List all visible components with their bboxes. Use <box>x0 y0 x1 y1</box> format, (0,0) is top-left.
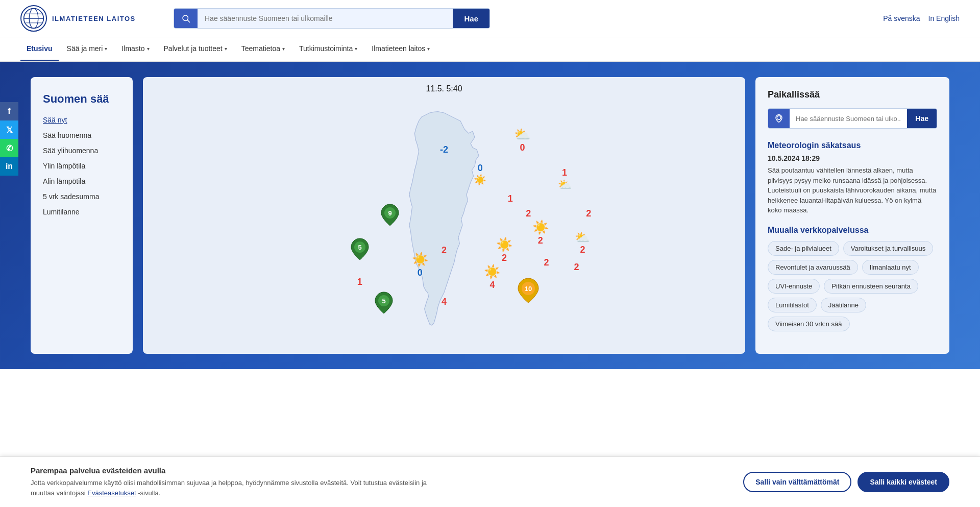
lang-sv-link[interactable]: På svenska <box>883 14 920 22</box>
panel-link-saa-huomenna[interactable]: Sää huomenna <box>43 131 120 139</box>
meteorolog-text: Sää poutaantuu vähitellen lännestä alkae… <box>768 165 937 215</box>
language-links: På svenska In English <box>883 14 960 22</box>
chevron-down-icon: ▾ <box>355 46 357 52</box>
pin-marker-9: 9 <box>380 203 400 229</box>
location-icon <box>768 109 790 128</box>
weather-marker: ☀️ 4 <box>484 264 500 291</box>
weather-marker: 2 <box>544 257 549 268</box>
map-area: 11.5. 5:40 ⛅ 0 -2 0 ☀️ 1 ⛅ <box>143 77 745 354</box>
muualla-section: Muualla verkkopalvelussa Sade- ja pilvia… <box>768 226 937 331</box>
logo-area: ILMATIETEEN LAITOS <box>20 5 163 32</box>
finland-map: ⛅ 0 -2 0 ☀️ 1 ⛅ 1 2 2 <box>143 101 745 346</box>
panel-links: Sää nyt Sää huomenna Sää ylihuomenna Yli… <box>43 116 120 216</box>
header-search-input[interactable] <box>198 9 453 28</box>
weather-marker: 1 <box>508 194 513 204</box>
weather-marker: 2 <box>442 245 447 255</box>
weather-marker: 4 <box>442 296 447 307</box>
muualla-title: Muualla verkkopalvelussa <box>768 226 937 235</box>
meteorolog-date: 10.5.2024 18:29 <box>768 154 937 162</box>
chevron-down-icon: ▾ <box>282 46 285 52</box>
header-search-button[interactable]: Hae <box>453 9 489 28</box>
paikallissaa-input[interactable] <box>790 109 907 128</box>
tag-viimeisen-30[interactable]: Viimeisen 30 vrk:n sää <box>768 317 850 331</box>
paikallissaa-search-button[interactable]: Hae <box>907 109 937 128</box>
nav-ilmasto[interactable]: Ilmasto ▾ <box>115 37 155 61</box>
tag-varoitukset[interactable]: Varoitukset ja turvallisuus <box>843 241 933 256</box>
chevron-down-icon: ▾ <box>147 46 150 52</box>
weather-marker: ⛅ 2 <box>575 230 590 255</box>
tag-ilmanlaatu[interactable]: Ilmanlaatu nyt <box>862 260 919 275</box>
whatsapp-button[interactable]: ✆ <box>0 139 18 157</box>
right-panel-title: Paikallissää <box>768 89 937 100</box>
nav-etusivu[interactable]: Etusivu <box>20 37 59 61</box>
tag-pitkän-ennuste[interactable]: Pitkän ennusteen seuranta <box>824 279 918 294</box>
twitter-button[interactable]: 𝕏 <box>0 120 18 139</box>
panel-link-ylin-lampotila[interactable]: Ylin lämpötila <box>43 162 120 170</box>
nav-tutkimus[interactable]: Tutkimustoiminta ▾ <box>293 37 363 61</box>
main-nav: Etusivu Sää ja meri ▾ Ilmasto ▾ Palvelut… <box>0 37 980 62</box>
weather-marker: 2 <box>574 262 579 273</box>
weather-marker: 2 <box>526 208 531 219</box>
svg-text:5: 5 <box>382 297 385 305</box>
left-panel: Suomen sää Sää nyt Sää huomenna Sää ylih… <box>31 77 133 354</box>
weather-marker: ☀️ 2 <box>532 220 549 246</box>
logo-text: ILMATIETEEN LAITOS <box>52 15 136 22</box>
svg-line-6 <box>187 20 189 22</box>
lang-en-link[interactable]: In English <box>928 14 960 22</box>
tag-sade-pilvialueet[interactable]: Sade- ja pilvialueet <box>768 241 839 256</box>
weather-marker: 2 <box>586 208 591 219</box>
main-content: Suomen sää Sää nyt Sää huomenna Sää ylih… <box>0 62 980 369</box>
svg-text:9: 9 <box>388 209 391 217</box>
tag-uvi-ennuste[interactable]: UVI-ennuste <box>768 279 820 294</box>
map-timestamp: 11.5. 5:40 <box>143 77 745 101</box>
paikallissaa-search: Hae <box>768 108 937 129</box>
nav-saa-ja-meri[interactable]: Sää ja meri ▾ <box>61 37 114 61</box>
header-search-icon-button[interactable] <box>174 9 198 28</box>
tag-grid: Sade- ja pilvialueet Varoitukset ja turv… <box>768 241 937 331</box>
panel-link-sadesumma[interactable]: 5 vrk sadesumma <box>43 192 120 201</box>
panel-link-lumitilanne[interactable]: Lumitilanne <box>43 208 120 216</box>
tag-lumitilastot[interactable]: Lumitilastot <box>768 298 817 312</box>
facebook-button[interactable]: f <box>0 102 18 120</box>
panel-link-saa-ylihuomenna[interactable]: Sää ylihuomenna <box>43 147 120 155</box>
weather-marker: ☀️ 0 <box>412 252 428 278</box>
logo-icon <box>20 5 47 32</box>
panel-link-saa-nyt[interactable]: Sää nyt <box>43 116 120 124</box>
meteorolog-section: Meteorologin säkatsaus 10.5.2024 18:29 S… <box>768 141 937 215</box>
chevron-down-icon: ▾ <box>427 46 430 52</box>
weather-marker: ☀️ 2 <box>496 237 512 263</box>
tag-revontulet[interactable]: Revontulet ja avaruussää <box>768 260 858 275</box>
weather-marker: -2 <box>440 144 448 155</box>
svg-text:10: 10 <box>525 285 532 293</box>
svg-point-15 <box>777 116 781 120</box>
social-sidebar: f 𝕏 ✆ in <box>0 102 18 176</box>
weather-marker: 0 ☀️ <box>474 163 486 186</box>
pin-marker-10: 10 <box>517 277 540 306</box>
panel-link-alin-lampotila[interactable]: Alin lämpötila <box>43 177 120 185</box>
tag-jäätilanne[interactable]: Jäätilanne <box>821 298 866 312</box>
nav-ilmatieteen-laitos[interactable]: Ilmatieteen laitos ▾ <box>365 37 436 61</box>
header: ILMATIETEEN LAITOS Hae På svenska In Eng… <box>0 0 980 37</box>
right-panel: Paikallissää Hae Meteorologin säkatsaus … <box>755 77 949 354</box>
weather-marker: 1 <box>357 277 362 287</box>
weather-marker: ⛅ 0 <box>514 127 530 153</box>
meteorolog-title: Meteorologin säkatsaus <box>768 141 937 150</box>
panel-title: Suomen sää <box>43 92 120 106</box>
svg-text:5: 5 <box>358 244 361 251</box>
header-search-bar: Hae <box>174 8 490 29</box>
weather-marker: 1 ⛅ <box>558 167 572 191</box>
chevron-down-icon: ▾ <box>105 46 107 52</box>
pin-marker-5-bottom: 5 <box>374 291 394 317</box>
linkedin-button[interactable]: in <box>0 157 18 176</box>
nav-teematietoa[interactable]: Teematietoa ▾ <box>235 37 291 61</box>
pin-marker-5-left: 5 <box>350 237 370 263</box>
nav-palvelut[interactable]: Palvelut ja tuotteet ▾ <box>158 37 233 61</box>
chevron-down-icon: ▾ <box>225 46 227 52</box>
